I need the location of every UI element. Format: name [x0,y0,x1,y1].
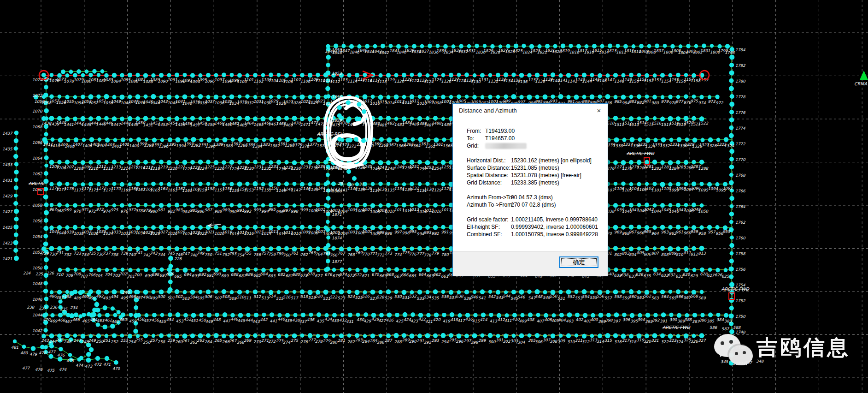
ok-button[interactable]: 确定 [559,256,598,268]
svg-text:992: 992 [431,231,439,236]
svg-text:975: 975 [111,208,118,212]
svg-text:251: 251 [103,338,110,343]
svg-text:255: 255 [135,338,143,342]
svg-text:1095: 1095 [698,188,708,192]
svg-text:479: 479 [29,352,37,357]
svg-text:493: 493 [103,296,111,300]
svg-text:1859: 1859 [332,118,342,123]
svg-text:1072: 1072 [32,93,42,98]
svg-text:282: 282 [347,339,355,344]
svg-text:661: 661 [441,274,448,279]
field-azimuth-from-to: Azimuth From->To: 90 04 57.3 (dms) [453,194,608,202]
svg-text:1868: 1868 [332,189,342,193]
svg-text:779: 779 [431,251,439,256]
svg-text:1831: 1831 [466,48,476,53]
svg-text:275: 275 [291,338,299,343]
grid-scale-factor-label: Grid scale factor: [467,216,509,223]
svg-text:1147: 1147 [604,77,615,82]
from-label: From: [467,128,481,134]
svg-text:1158: 1158 [205,186,215,191]
svg-text:299: 299 [478,338,486,343]
svg-text:1016: 1016 [244,231,254,236]
svg-text:1153: 1153 [651,77,662,82]
svg-text:243: 243 [41,338,49,343]
svg-text:459: 459 [129,319,137,323]
svg-text:500: 500 [158,294,166,299]
svg-text:253: 253 [120,338,128,343]
svg-text:1230: 1230 [244,166,254,171]
svg-text:1825: 1825 [512,48,522,53]
svg-text:491: 491 [88,296,95,300]
svg-text:398: 398 [605,318,613,322]
svg-text:1770: 1770 [735,157,746,162]
svg-text:386: 386 [699,318,707,322]
dialog-titlebar[interactable]: Distance and Azimuth × [453,104,608,118]
svg-text:308: 308 [550,339,558,344]
svg-text:557: 557 [604,296,613,300]
svg-text:1750: 1750 [735,314,746,319]
svg-text:1367: 1367 [386,143,397,147]
svg-text:1464: 1464 [244,121,254,125]
grid-label: Grid: [467,143,479,149]
svg-text:1044: 1044 [651,209,662,214]
svg-text:522: 522 [330,295,338,299]
svg-text:972: 972 [716,101,723,105]
svg-text:674: 674 [339,272,347,277]
close-icon[interactable]: × [590,104,608,117]
svg-text:521: 521 [323,296,330,301]
svg-text:541: 541 [478,296,486,300]
svg-text:1113: 1113 [338,77,348,82]
svg-text:465: 465 [82,319,90,323]
svg-text:470: 470 [112,366,121,371]
svg-text:958: 958 [698,231,706,236]
svg-text:990: 990 [229,209,237,214]
svg-text:1010: 1010 [384,209,395,214]
svg-text:1033: 1033 [111,230,121,234]
svg-text:507: 507 [214,296,223,300]
svg-text:481: 481 [11,345,18,350]
svg-text:315: 315 [604,338,612,343]
svg-text:1164: 1164 [158,186,168,191]
svg-text:269: 269 [244,338,252,343]
svg-text:692: 692 [199,272,206,277]
svg-text:738: 738 [111,252,119,257]
svg-text:707: 707 [80,274,88,279]
svg-text:1877: 1877 [332,259,342,264]
svg-text:529: 529 [384,296,392,300]
svg-text:291: 291 [416,339,424,343]
svg-text:780: 780 [441,252,449,257]
svg-text:1522: 1522 [698,121,708,125]
svg-text:400: 400 [590,317,598,322]
svg-text:488: 488 [64,294,72,299]
svg-text:670: 670 [371,272,380,277]
svg-text:403: 403 [566,319,574,323]
svg-text:514: 514 [268,294,276,298]
svg-text:284: 284 [362,339,370,344]
svg-text:998: 998 [384,231,393,236]
svg-text:987: 987 [205,208,213,212]
svg-text:1135: 1135 [384,188,394,192]
svg-text:1762: 1762 [735,220,745,225]
svg-text:ARCTIC FWD: ARCTIC FWD [627,151,655,156]
svg-text:302: 302 [503,339,510,344]
svg-text:776: 776 [409,252,416,256]
svg-text:1441: 1441 [64,122,74,127]
svg-text:1054: 1054 [32,234,42,239]
svg-text:1372: 1372 [346,144,356,149]
svg-text:270: 270 [253,339,262,344]
svg-text:237: 237 [39,306,47,310]
svg-text:296: 296 [456,339,463,344]
dialog-title: Distance and Azimuth [459,107,517,114]
svg-text:499: 499 [150,296,158,300]
svg-text:442: 442 [260,317,268,322]
svg-text:562: 562 [644,294,651,298]
field-grid-scale-factor: Grid scale factor: 1.000211405, inverse … [453,216,608,224]
svg-text:531: 531 [402,295,409,300]
svg-text:436: 436 [307,317,315,322]
svg-text:238: 238 [27,305,35,310]
svg-text:298: 298 [470,340,479,345]
svg-text:448: 448 [213,317,221,322]
svg-text:764: 764 [315,252,323,256]
svg-text:1437: 1437 [2,131,13,136]
svg-text:258: 258 [158,339,166,344]
